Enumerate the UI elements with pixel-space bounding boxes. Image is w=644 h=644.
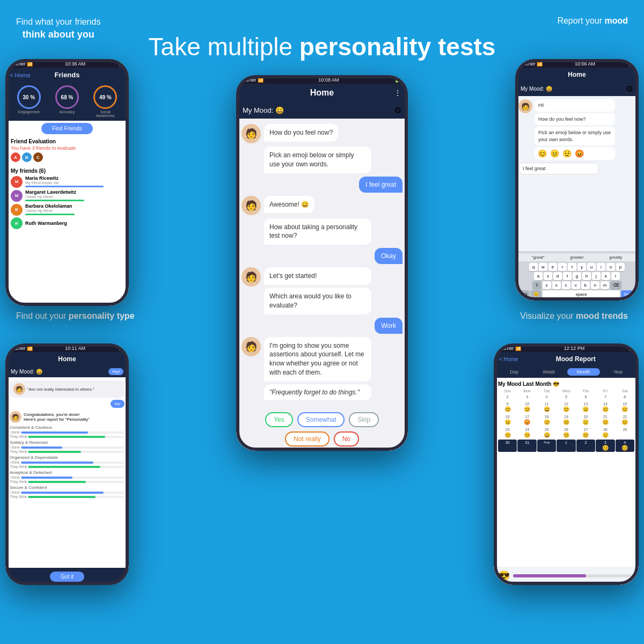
skip-button[interactable]: Skip xyxy=(349,412,378,427)
key-space[interactable]: space xyxy=(543,290,620,298)
key-c[interactable]: c xyxy=(562,281,570,289)
back-button[interactable]: < Home xyxy=(10,72,31,78)
suggestion-greatly[interactable]: greatly xyxy=(609,255,622,260)
key-n[interactable]: n xyxy=(591,281,599,289)
key-send[interactable]: Send xyxy=(621,290,636,298)
key-b[interactable]: b xyxy=(581,281,590,289)
tab-month[interactable]: Month xyxy=(567,368,600,376)
key-l[interactable]: l xyxy=(611,272,620,280)
key-backspace[interactable]: ⌫ xyxy=(610,281,621,289)
key-e[interactable]: e xyxy=(548,263,557,271)
cal-cell: 2 xyxy=(498,394,517,400)
menu-icon[interactable]: ⋮ xyxy=(394,89,401,97)
engagement-circle: 30 % xyxy=(17,85,41,109)
key-j[interactable]: j xyxy=(592,272,601,280)
cal-cell: 10😊 xyxy=(517,401,536,413)
mood-trend-bar xyxy=(513,574,634,577)
key-q[interactable]: q xyxy=(529,263,538,271)
bot-avatar-3: 🧑 xyxy=(241,267,261,287)
emoji-neutral[interactable]: 😐 xyxy=(550,149,559,158)
key-f[interactable]: f xyxy=(563,272,572,280)
keyboard-keys: qwertyuiop asdfghjkl ⇧zxcvbnm⌫ 123 😊 spa… xyxy=(517,263,636,298)
cal-grid: 2 3 4 5 6 7 8 9😊 10😊 11😀 12😊 13😐 14😊 15😊… xyxy=(498,394,634,452)
key-emoji[interactable]: 😊 xyxy=(531,290,541,298)
suggestion-great[interactable]: "great" xyxy=(532,255,545,260)
phone-mood: Carrier 📶 10:06 AM 🔋 Home My Mood: 😀 ⚙ 🧑… xyxy=(515,59,639,301)
trait-consistent: Consistent & Cautious I think They think xyxy=(10,425,125,438)
tab-week[interactable]: Week xyxy=(533,368,566,376)
key-num[interactable]: 123 xyxy=(517,290,530,298)
key-t[interactable]: t xyxy=(568,263,576,271)
somewhat-button[interactable]: Somewhat xyxy=(297,412,345,427)
back-button-5[interactable]: < Home xyxy=(499,356,518,362)
accuracy-label: Accuracy xyxy=(55,110,79,114)
emoji-sad[interactable]: 😟 xyxy=(562,149,572,158)
caption-bottom-left: Find out your personality type xyxy=(16,311,135,321)
cal-cell: 6 xyxy=(576,394,595,400)
key-k[interactable]: k xyxy=(602,272,610,280)
key-a[interactable]: a xyxy=(534,272,543,280)
nav-title-4: Home xyxy=(58,355,76,363)
key-r[interactable]: r xyxy=(558,263,567,271)
key-p[interactable]: p xyxy=(616,263,625,271)
user-typed: I feel great xyxy=(518,163,599,174)
got-it-button[interactable]: Got it xyxy=(50,572,84,582)
key-z[interactable]: z xyxy=(543,281,551,289)
key-shift[interactable]: ⇧ xyxy=(532,281,541,289)
msg-started: 🧑 Let's get started! Which area would yo… xyxy=(241,267,402,314)
phone4-inner: Carrier 📶 10:11 AM 🔋 Home My Mood: 😀 Yep… xyxy=(5,343,129,585)
gear-icon-2[interactable]: ⚙ xyxy=(394,105,401,115)
cal-sat: Sat xyxy=(616,389,634,393)
key-d[interactable]: d xyxy=(553,272,562,280)
key-x[interactable]: x xyxy=(552,281,561,289)
find-friends-button[interactable]: Find Friends xyxy=(41,123,93,134)
cal-mon: Mon xyxy=(517,389,536,393)
barbara-sub: I know my friend xyxy=(25,209,123,213)
cal-cell-31: 31 xyxy=(517,440,536,452)
cal-cell: 29 xyxy=(616,427,634,439)
cal-cell: 18😊 xyxy=(537,414,556,426)
battery-3: 🔋 xyxy=(627,61,633,67)
battery-5: 🔋 xyxy=(627,346,633,351)
cal-cell-4: 4😊 xyxy=(616,440,634,452)
ruth-name: Ruth Warmanberg xyxy=(25,221,123,226)
friend-maria: M Maria Ricewitz My friend knows me xyxy=(11,175,123,188)
yep-button[interactable]: Yep! xyxy=(108,368,123,375)
friend-margaret: M Margaret Laverdetwitz I know my friend xyxy=(11,189,123,202)
key-m[interactable]: m xyxy=(601,281,610,289)
caption-tr-bold: mood xyxy=(604,16,628,25)
key-v[interactable]: v xyxy=(572,281,580,289)
emoji-happy[interactable]: 😊 xyxy=(538,149,547,158)
key-s[interactable]: s xyxy=(544,272,552,280)
bubble-work: Work xyxy=(375,318,402,334)
key-u[interactable]: u xyxy=(587,263,596,271)
emoji-angry[interactable]: 😡 xyxy=(575,149,584,158)
key-w[interactable]: w xyxy=(539,263,547,271)
tab-day[interactable]: Day xyxy=(498,368,531,376)
my-friends-section: My friends (6) M Maria Ricewitz My frien… xyxy=(5,166,129,306)
no-button[interactable]: No xyxy=(334,431,359,447)
gear-icon-3[interactable]: ⚙ xyxy=(626,84,633,94)
bubble-hi: Hi! xyxy=(535,99,615,112)
cal-cell: 23😊 xyxy=(498,427,517,439)
circles-area: 30 % Engagement 68 % Accuracy 49 % Socia… xyxy=(5,82,129,121)
time-4: 10:11 AM xyxy=(65,346,85,351)
key-g[interactable]: g xyxy=(573,272,581,280)
bubble-okay: Okay xyxy=(375,248,402,264)
suggestion-greater[interactable]: greater xyxy=(570,255,583,260)
not-really-button[interactable]: Not really xyxy=(285,431,330,447)
bot-avatar-4: 🧑 xyxy=(241,337,261,356)
yes-button[interactable]: Yes xyxy=(265,412,293,427)
status-bar: Carrier 📶 10:36 AM 🔋 xyxy=(5,59,129,68)
month-title: My Mood Last Month 😎 xyxy=(498,381,634,387)
key-i[interactable]: i xyxy=(597,263,605,271)
tab-year[interactable]: Year xyxy=(602,368,635,376)
caption-bl-bold: personality type xyxy=(69,311,135,320)
mood-bar-2: My Mood: 😀 ⚙ xyxy=(236,102,408,119)
friend-ruth: R Ruth Warmanberg xyxy=(11,217,123,229)
main-headline: Take multiple personality tests xyxy=(149,32,496,61)
ruth-avatar: R xyxy=(11,217,23,229)
key-o[interactable]: o xyxy=(606,263,615,271)
key-h[interactable]: h xyxy=(582,272,591,280)
key-y[interactable]: y xyxy=(577,263,586,271)
